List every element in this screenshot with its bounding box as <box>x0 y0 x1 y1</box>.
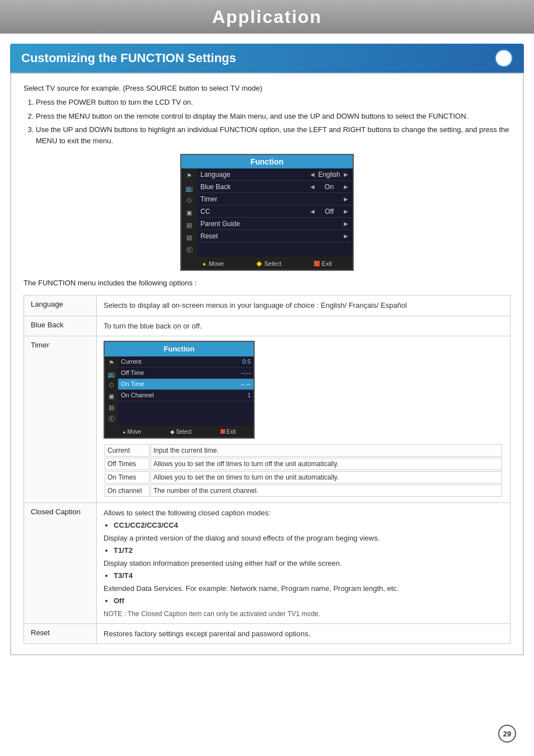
fmenu-value-cc: Off <box>318 208 340 215</box>
fmenu-label-parentguide: Parent Guide <box>200 220 318 228</box>
tmenu-label-onchannel: On Channel <box>121 391 231 400</box>
timer-icons: ⚑ 📺 ⏲ ▣ ▤ Ⓔ <box>105 356 118 426</box>
option-timer: Timer Function ⚑ 📺 ⏲ ▣ ▤ <box>24 336 510 503</box>
option-desc-reset: Restores factory settings except parenta… <box>97 623 510 644</box>
page: Application Customizing the FUNCTION Set… <box>0 0 534 756</box>
fmenu-reset: Reset ► <box>197 230 353 242</box>
intro-line0: Select TV source for example. (Press SOU… <box>24 84 510 92</box>
fmenu-value-blueback: On <box>318 183 340 191</box>
fmenu-parentguide: Parent Guide ► <box>197 218 353 230</box>
cc-group-1-desc: Display a printed version of the dialog … <box>104 534 380 542</box>
timer-menu: Function ⚑ 📺 ⏲ ▣ ▤ Ⓔ <box>104 341 255 439</box>
option-language: Language Selects to display all on-scree… <box>24 295 510 316</box>
t-icon-1: ⚑ <box>109 358 114 369</box>
section-title-bar: Customizing the FUNCTION Settings <box>10 44 524 73</box>
tsub-label-offtimes: Off Times <box>105 458 149 470</box>
option-desc-language: Selects to display all on-screen menus i… <box>97 295 510 316</box>
cc-group-3-desc: Extended Data Services. For example: Net… <box>104 584 399 593</box>
timer-exit-icon <box>221 429 225 434</box>
function-menu-footer: ⬥ Move ◆ Select Exit <box>181 257 353 270</box>
timer-footer-select-label: Select <box>176 429 191 435</box>
cc-group-3: T3/T4 <box>114 570 503 581</box>
page-title: Application <box>212 7 322 27</box>
header-bar: Application <box>0 0 534 34</box>
fmenu-arrow-right-timer: ► <box>343 195 349 203</box>
fmenu-arrow-left-blueback: ◄ <box>309 183 316 191</box>
t-tv-icon: 📺 <box>107 369 115 379</box>
timer-sub-table: Current Input the current time. Off Time… <box>104 443 503 498</box>
tsub-desc-current: Input the current time. <box>151 444 502 457</box>
timer-footer-exit: Exit <box>221 428 236 436</box>
tmenu-ontime: On Time --:-- <box>118 379 254 390</box>
parent-icon: ▤ <box>186 222 192 229</box>
function-menu-title: Function <box>181 155 353 168</box>
tsub-label-current: Current <box>105 444 149 457</box>
timer-select-arrow: ◆ <box>170 429 175 435</box>
cc-groups-list: CC1/CC2/CC3/CC4 <box>114 520 503 531</box>
t-extra-icon: Ⓔ <box>109 414 115 424</box>
tsub-label-onchannel: On channel <box>105 485 149 497</box>
footer-exit-label: Exit <box>322 260 332 267</box>
cc-group-1-name: CC1/CC2/CC3/CC4 <box>114 521 178 529</box>
t-lang-icon: ⚑ <box>109 358 114 368</box>
function-menu-items: Language ◄ English ► Blue Back ◄ On ► <box>197 168 353 257</box>
step-3: Use the UP and DOWN buttons to highlight… <box>36 124 510 146</box>
option-name-language: Language <box>24 295 97 316</box>
tsub-offtimes: Off Times Allows you to set the off time… <box>105 458 502 470</box>
footer-select: ◆ Select <box>256 259 282 267</box>
cc-icon: ▣ <box>186 209 192 217</box>
fmenu-language: Language ◄ English ► <box>197 168 353 181</box>
tmenu-label-ontime: On Time <box>121 379 231 389</box>
blueback-icon: 📺 <box>185 185 193 192</box>
fmenu-cc: CC ◄ Off ► <box>197 205 353 218</box>
cc-group-2-desc: Display station information presented us… <box>104 559 342 567</box>
tsub-desc-offtimes: Allows you to set the off times to turn … <box>151 458 502 470</box>
tsub-ontimes: On Times Allows you to set the on times … <box>105 471 502 483</box>
t-time-icon: ⏲ <box>109 381 115 390</box>
reset-icon: ▤ <box>186 234 192 241</box>
move-arrow-icon: ⬥ <box>202 259 207 267</box>
icon-row-4: ▣ <box>181 206 197 219</box>
fmenu-arrow-right-blueback: ► <box>343 183 349 191</box>
fmenu-value-language: English <box>318 171 340 179</box>
function-menu: Function ⚑ 📺 ⏲ ▣ ▤ ▤ Ⓔ Language <box>180 154 354 271</box>
cc-group-4-name: Off <box>114 597 124 605</box>
footer-exit: Exit <box>314 259 332 267</box>
tmenu-label-current: Current <box>121 357 231 367</box>
option-name-closedcaption: Closed Caption <box>24 503 97 623</box>
tmenu-value-current: 0:5 <box>231 357 251 367</box>
t-par-icon: ▤ <box>109 403 114 412</box>
tmenu-value-onchannel: 1 <box>231 391 251 400</box>
page-number: 29 <box>498 725 516 743</box>
cc-groups-list-3: T3/T4 <box>114 570 503 581</box>
function-menu-icons: ⚑ 📺 ⏲ ▣ ▤ ▤ Ⓔ <box>181 168 197 257</box>
step-1: Press the POWER button to turn the LCD T… <box>36 97 510 108</box>
option-name-blueback: Blue Back <box>24 316 97 336</box>
timer-footer-exit-label: Exit <box>227 429 236 435</box>
option-name-timer: Timer <box>24 336 97 503</box>
fmenu-arrow-right-parentguide: ► <box>343 220 349 228</box>
fmenu-label-cc: CC <box>200 208 309 215</box>
tmenu-offtime: Off Time --:-- <box>118 368 254 379</box>
cc-note: NOTE : The Closed Caption item can only … <box>104 609 503 619</box>
tsub-current: Current Input the current time. <box>105 444 502 457</box>
t-icon-3: ⏲ <box>109 380 115 391</box>
timer-footer-select: ◆ Select <box>170 428 192 436</box>
cc-group-2: T1/T2 <box>114 545 503 556</box>
fmenu-arrow-right-reset: ► <box>343 232 349 240</box>
cc-groups-list-2: T1/T2 <box>114 545 503 556</box>
timer-footer-move-label: Move <box>128 429 141 435</box>
function-menu-rows: ⚑ 📺 ⏲ ▣ ▤ ▤ Ⓔ Language ◄ English ► <box>181 168 353 257</box>
steps-list: Press the POWER button to turn the LCD T… <box>36 97 510 146</box>
exit-square-icon <box>314 261 320 266</box>
cc-group-2-name: T1/T2 <box>114 546 133 555</box>
tsub-label-ontimes: On Times <box>105 471 149 483</box>
icon-row-2: 📺 <box>181 182 197 194</box>
fmenu-blueback: Blue Back ◄ On ► <box>197 181 353 193</box>
icon-row-5: ▤ <box>181 219 197 231</box>
t-cc-icon: ▣ <box>109 392 114 401</box>
tmenu-onchannel: On Channel 1 <box>118 390 254 401</box>
timer-footer: ⬥ Move ◆ Select Exit <box>105 426 254 438</box>
t-icon-5: ▤ <box>109 402 114 414</box>
content-area: Select TV source for example. (Press SOU… <box>10 73 524 655</box>
